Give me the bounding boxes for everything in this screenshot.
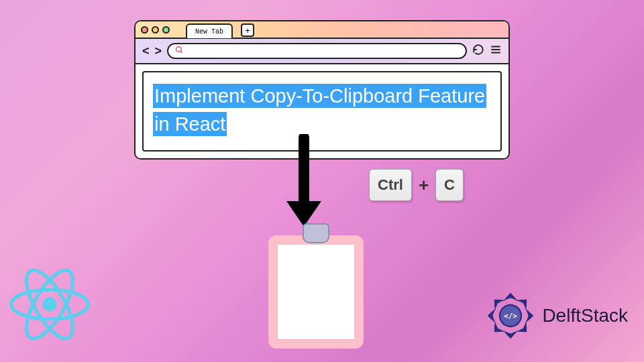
delftstack-brand: </> DelftStack (484, 290, 628, 342)
highlighted-headline: Implement Copy-To-Clipboard Feature in R… (153, 82, 491, 138)
browser-titlebar: New Tab + (136, 21, 508, 39)
clipboard-icon (268, 225, 364, 349)
minimize-dot[interactable] (152, 26, 159, 34)
maximize-dot[interactable] (162, 26, 170, 34)
svg-line-1 (180, 51, 182, 53)
back-button[interactable]: < (142, 44, 150, 58)
headline-text: Implement Copy-To-Clipboard Feature in R… (153, 84, 486, 136)
tab-label: New Tab (195, 28, 223, 36)
plus-icon: + (245, 25, 250, 36)
hamburger-menu-icon[interactable] (490, 44, 502, 59)
new-tab-button[interactable]: + (241, 23, 254, 37)
svg-text:</>: </> (504, 312, 518, 320)
ctrl-key: Ctrl (369, 169, 412, 201)
delftstack-label: DelftStack (542, 305, 628, 326)
plus-separator: + (419, 175, 429, 196)
react-logo-icon (9, 264, 90, 345)
delftstack-badge-icon: </> (484, 290, 537, 342)
c-key: C (435, 169, 464, 201)
forward-button[interactable]: > (155, 44, 162, 58)
browser-tab[interactable]: New Tab (186, 23, 233, 38)
svg-point-7 (42, 297, 56, 311)
clipboard-clip (303, 223, 329, 243)
search-icon (175, 46, 184, 56)
keyboard-shortcut: Ctrl + C (369, 169, 464, 201)
address-bar[interactable] (167, 43, 467, 59)
close-dot[interactable] (141, 26, 148, 34)
svg-point-0 (176, 47, 182, 52)
clipboard-paper (278, 245, 354, 339)
browser-toolbar: < > (136, 39, 508, 64)
window-controls (141, 26, 170, 34)
refresh-icon[interactable] (472, 44, 484, 59)
